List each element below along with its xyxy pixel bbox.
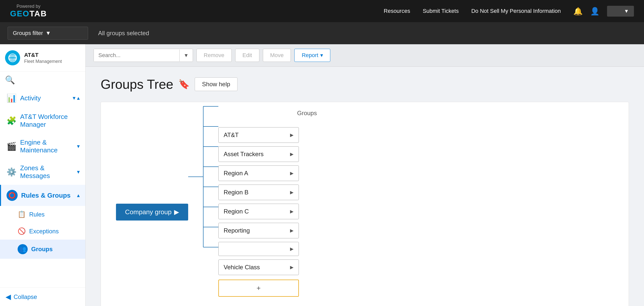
do-not-sell-link[interactable]: Do Not Sell My Personal Information [471, 8, 561, 14]
sidebar-company-sub: Fleet Management [24, 59, 62, 64]
group-node-vehicle-label: Vehicle Class [224, 264, 260, 271]
group-node-att[interactable]: AT&T ▶ [218, 127, 299, 143]
move-button[interactable]: Move [263, 49, 291, 62]
zones-icon: ⚙️ [7, 167, 17, 177]
group-node-asset-label: Asset Trackers [224, 151, 264, 158]
sidebar-sub-item-groups[interactable]: 👥 Groups [0, 240, 85, 259]
resources-link[interactable]: Resources [384, 8, 410, 14]
group-node-asset-trackers[interactable]: Asset Trackers ▶ [218, 146, 299, 162]
all-groups-text: All groups selected [98, 30, 149, 37]
group-node-asset-chevron-icon: ▶ [290, 151, 294, 157]
rules-groups-icon: ⭕ [7, 190, 18, 201]
search-wrapper: ▼ [94, 49, 193, 62]
show-help-button[interactable]: Show help [195, 77, 237, 91]
content-toolbar: ▼ Remove Edit Move Report ▾ [86, 44, 644, 67]
collapse-arrow-icon: ◀ [6, 293, 11, 301]
group-node-reporting[interactable]: Reporting ▶ [218, 223, 299, 238]
group-node-region-c[interactable]: Region C ▶ [218, 204, 299, 219]
engine-chevron-down-icon: ▾ [77, 143, 80, 150]
group-node-empty[interactable]: ▶ [218, 242, 299, 256]
group-node-region-b-chevron-icon: ▶ [290, 190, 294, 195]
sidebar-search-icon[interactable]: 🔍 [5, 75, 80, 85]
notification-bell-icon[interactable]: 🔔 [573, 7, 583, 16]
page-body: Groups Tree 🔖 Show help Groups Company g… [86, 67, 644, 306]
group-node-region-a-chevron-icon: ▶ [290, 170, 294, 176]
top-nav-icons: 🔔 👤 ▼ [573, 6, 634, 17]
remove-button[interactable]: Remove [196, 49, 232, 62]
exceptions-sub-icon: 🚫 [18, 227, 26, 235]
sidebar-company-name: AT&T [24, 52, 62, 59]
rules-sub-icon: 📋 [18, 210, 26, 218]
sidebar-workforce-label: AT&T Workforce Manager [20, 113, 80, 128]
groups-filter-label: Groups filter [13, 30, 43, 36]
group-node-region-c-label: Region C [224, 208, 249, 215]
chevron-down-icon: ▾ [73, 95, 75, 101]
top-navigation: Powered by GEOTAB Resources Submit Ticke… [0, 0, 644, 22]
company-node-arrow-icon: ▶ [174, 208, 179, 216]
report-button[interactable]: Report ▾ [294, 49, 330, 62]
zones-chevron-down-icon: ▾ [77, 169, 80, 175]
sidebar: AT&T Fleet Management 🔍 📊 Activity ▾ ▴ 🧩… [0, 44, 86, 306]
group-node-vehicle-class[interactable]: Vehicle Class ▶ [218, 259, 299, 275]
geotab-brand-text: GEOTAB [10, 9, 47, 18]
add-group-button[interactable]: + [218, 280, 299, 297]
geotab-logo: Powered by GEOTAB [10, 4, 47, 18]
group-node-vehicle-chevron-icon: ▶ [290, 265, 294, 270]
group-node-empty-chevron-icon: ▶ [290, 246, 294, 252]
sidebar-item-rules-groups[interactable]: ⭕ Rules & Groups ▴ [0, 185, 85, 206]
group-node-region-a[interactable]: Region A ▶ [218, 165, 299, 181]
company-group-node[interactable]: Company group ▶ [116, 204, 188, 221]
search-input[interactable] [94, 49, 179, 62]
sidebar-activity-label: Activity [20, 94, 41, 102]
groups-sub-icon: 👥 [18, 244, 28, 254]
group-node-region-b-label: Region B [224, 189, 249, 196]
submit-tickets-link[interactable]: Submit Tickets [423, 8, 459, 14]
bookmark-icon[interactable]: 🔖 [178, 79, 190, 90]
user-avatar-icon[interactable]: 👤 [590, 7, 599, 16]
sidebar-company-info: AT&T Fleet Management [24, 52, 62, 64]
sidebar-item-workforce[interactable]: 🧩 AT&T Workforce Manager [0, 108, 85, 134]
top-nav-right: Resources Submit Tickets Do Not Sell My … [384, 6, 634, 17]
add-group-icon: + [257, 284, 261, 292]
collapse-button[interactable]: ◀ Collapse [0, 287, 85, 306]
groups-label: Groups [297, 110, 317, 117]
chevron-up-icon: ▴ [77, 95, 80, 101]
sidebar-header: AT&T Fleet Management [0, 44, 85, 72]
logo-area: Powered by GEOTAB [10, 4, 47, 18]
group-node-reporting-chevron-icon: ▶ [290, 228, 294, 233]
user-menu-button[interactable]: ▼ [607, 6, 634, 17]
main-layout: AT&T Fleet Management 🔍 📊 Activity ▾ ▴ 🧩… [0, 0, 644, 306]
sidebar-rules-groups-label: Rules & Groups [21, 192, 70, 199]
page-title-row: Groups Tree 🔖 Show help [101, 77, 629, 92]
sidebar-exceptions-label: Exceptions [29, 228, 59, 235]
user-menu-arrow: ▼ [624, 8, 629, 14]
sidebar-item-zones[interactable]: ⚙️ Zones & Messages ▾ [0, 159, 85, 185]
groups-filter-button[interactable]: Groups filter ▼ [8, 27, 88, 40]
collapse-label: Collapse [14, 293, 37, 300]
tree-connector-svg [188, 91, 218, 262]
sidebar-sub-item-exceptions[interactable]: 🚫 Exceptions [0, 223, 85, 240]
search-dropdown-button[interactable]: ▼ [179, 50, 193, 61]
group-node-region-b[interactable]: Region B ▶ [218, 185, 299, 200]
powered-by-text: Powered by [17, 4, 41, 9]
sidebar-engine-label: Engine & Maintenance [20, 139, 73, 154]
groups-filter-arrow: ▼ [46, 30, 51, 36]
edit-button[interactable]: Edit [235, 49, 259, 62]
att-logo-circle [5, 50, 20, 65]
page-title: Groups Tree [101, 77, 173, 92]
workforce-icon: 🧩 [7, 116, 17, 125]
tree-layout: Company group ▶ [116, 127, 614, 297]
groups-tree-container: Groups Company group ▶ [101, 102, 629, 306]
sidebar-sub-item-rules[interactable]: 📋 Rules [0, 206, 85, 223]
sidebar-item-engine[interactable]: 🎬 Engine & Maintenance ▾ [0, 134, 85, 159]
sidebar-zones-label: Zones & Messages [20, 164, 73, 180]
group-node-reporting-label: Reporting [224, 227, 250, 234]
group-nodes-column: AT&T ▶ Asset Trackers ▶ Region A ▶ [218, 127, 299, 297]
sidebar-item-activity[interactable]: 📊 Activity ▾ ▴ [0, 88, 85, 108]
groups-filter-bar: Groups filter ▼ All groups selected [0, 22, 644, 44]
group-node-att-chevron-icon: ▶ [290, 132, 294, 138]
rules-groups-chevron-up-icon: ▴ [77, 192, 80, 199]
activity-chevrons: ▾ ▴ [73, 95, 80, 101]
activity-icon: 📊 [7, 93, 17, 103]
report-arrow: ▾ [320, 52, 323, 59]
